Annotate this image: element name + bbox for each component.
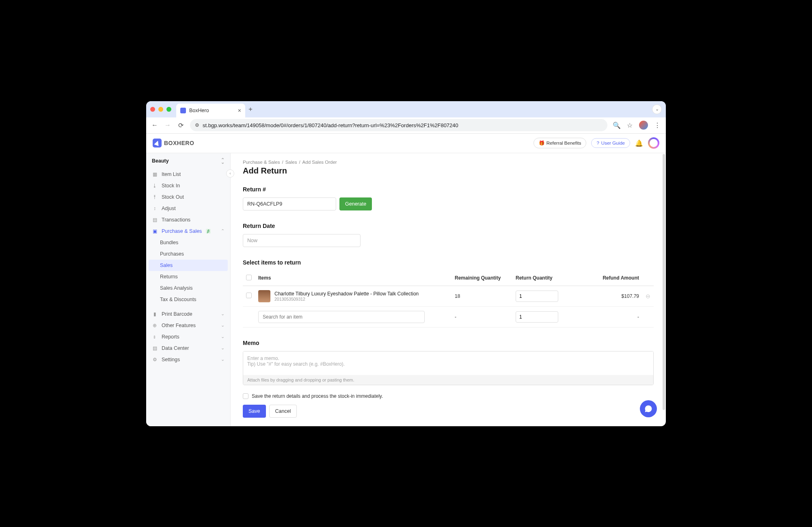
memo-box: Attach files by dragging and dropping or… (243, 351, 654, 385)
sidebar-label: Purchase & Sales (162, 228, 202, 234)
sidebar-label: Tax & Discounts (160, 297, 197, 302)
referral-label: Referral Benefits (546, 141, 581, 145)
bookmark-icon[interactable]: ☆ (626, 121, 633, 129)
sidebar-label: Bundles (160, 240, 178, 245)
zoom-icon[interactable]: 🔍 (613, 121, 620, 129)
back-icon[interactable]: ← (151, 121, 158, 129)
maximize-window-icon[interactable] (166, 107, 171, 112)
referral-button[interactable]: 🎁 Referral Benefits (533, 138, 587, 148)
guide-label: User Guide (601, 141, 625, 145)
return-qty-input[interactable] (516, 291, 558, 302)
process-immediately-checkbox[interactable] (243, 393, 248, 399)
sidebar-item-stockout[interactable]: ⭱Stock Out (146, 191, 230, 203)
chevron-down-icon: ⌄ (221, 357, 225, 362)
more-icon[interactable]: ⋮ (654, 121, 661, 129)
sidebar-item-tax-discounts[interactable]: Tax & Discounts (146, 294, 230, 305)
profile-avatar-icon[interactable] (639, 121, 648, 130)
download-icon: ⭳ (152, 183, 158, 189)
logo-icon (153, 139, 162, 147)
sidebar-item-data-center[interactable]: ▤Data Center⌄ (146, 343, 230, 354)
reload-icon[interactable]: ⟳ (177, 121, 184, 129)
new-tab-button[interactable]: + (248, 105, 253, 113)
notifications-icon[interactable]: 🔔 (635, 139, 643, 147)
breadcrumb-link[interactable]: Add Sales Order (302, 160, 337, 165)
generate-button[interactable]: Generate (339, 197, 372, 210)
chat-icon (644, 405, 652, 413)
forward-icon[interactable]: → (164, 121, 171, 129)
sidebar-item-transactions[interactable]: ▤Transactions (146, 214, 230, 226)
remove-row-icon[interactable]: ⊖ (646, 293, 650, 299)
updown-icon: ⌃⌄ (221, 158, 225, 163)
gear-icon: ⚙ (152, 357, 158, 362)
cart-icon: ▣ (152, 228, 158, 234)
help-chat-button[interactable] (640, 400, 657, 417)
search-item-input[interactable] (258, 311, 425, 323)
breadcrumb-link[interactable]: Purchase & Sales (243, 160, 280, 165)
cancel-button[interactable]: Cancel (269, 405, 297, 418)
plus-circle-icon: ⊕ (152, 323, 158, 328)
select-all-checkbox[interactable] (246, 275, 252, 280)
chevron-down-icon: ⌄ (221, 323, 225, 328)
sidebar-item-returns[interactable]: Returns (146, 271, 230, 282)
close-tab-icon[interactable]: × (238, 107, 241, 114)
workspace-name: Beauty (152, 158, 169, 164)
url-field[interactable]: ⚙ st.bgp.works/team/149058/mode/0#/order… (190, 119, 607, 131)
breadcrumb-link[interactable]: Sales (285, 160, 297, 165)
col-remaining: Remaining Quantity (451, 271, 512, 286)
sidebar-item-itemlist[interactable]: ▦Item List (146, 169, 230, 180)
row-checkbox[interactable] (246, 293, 252, 298)
sidebar-label: Sales (160, 262, 173, 268)
return-date-label: Return Date (243, 223, 654, 229)
close-window-icon[interactable] (150, 107, 155, 112)
empty-qty-input[interactable] (516, 311, 558, 323)
sidebar-item-other-features[interactable]: ⊕Other Features⌄ (146, 320, 230, 331)
memo-textarea[interactable] (243, 351, 653, 373)
sidebar-label: Other Features (162, 323, 196, 328)
url-text: st.bgp.works/team/149058/mode/0#/orders/… (203, 122, 458, 128)
save-button[interactable]: Save (243, 405, 266, 418)
sidebar-item-print-barcode[interactable]: ▮Print Barcode⌄ (146, 308, 230, 320)
sidebar-item-purchases[interactable]: Purchases (146, 248, 230, 260)
sidebar-item-settings[interactable]: ⚙Settings⌄ (146, 354, 230, 365)
sidebar-item-sales[interactable]: Sales (149, 260, 228, 271)
sidebar-label: Purchases (160, 251, 184, 257)
browser-tab[interactable]: BoxHero × (176, 104, 245, 117)
sidebar-label: Transactions (162, 217, 190, 223)
sidebar-label: Reports (162, 334, 179, 340)
sidebar-label: Settings (162, 357, 180, 362)
col-refund: Refund Amount (581, 271, 642, 286)
transactions-icon: ▤ (152, 217, 158, 223)
sidebar-item-adjust[interactable]: ↕Adjust (146, 203, 230, 214)
logo[interactable]: BOXHERO (153, 139, 194, 147)
sidebar-item-sales-analysis[interactable]: Sales Analysis (146, 282, 230, 294)
chevron-down-icon: ⌄ (221, 345, 225, 351)
col-return-qty: Return Quantity (512, 271, 581, 286)
table-row: Charlotte Tilbury Luxury Eyeshadow Palet… (243, 286, 654, 306)
site-settings-icon[interactable]: ⚙ (195, 122, 199, 128)
chart-icon: ⫾ (152, 334, 158, 340)
minimize-window-icon[interactable] (158, 107, 163, 112)
user-guide-button[interactable]: ? User Guide (591, 138, 630, 148)
return-date-input[interactable] (243, 234, 361, 247)
sidebar-label: Returns (160, 274, 178, 280)
titlebar: BoxHero × + ⌄ (146, 101, 666, 117)
sidebar-item-stockin[interactable]: ⭳Stock In (146, 180, 230, 191)
items-table: Items Remaining Quantity Return Quantity… (243, 271, 654, 327)
app-header: BOXHERO 🎁 Referral Benefits ? User Guide… (146, 134, 666, 153)
sidebar-item-reports[interactable]: ⫾Reports⌄ (146, 331, 230, 343)
user-avatar[interactable] (648, 137, 659, 149)
chevron-up-icon: ⌃ (221, 228, 225, 234)
return-number-label: Return # (243, 186, 654, 193)
sidebar-item-bundles[interactable]: Bundles (146, 237, 230, 248)
return-number-input[interactable] (243, 197, 336, 210)
workspace-selector[interactable]: Beauty ⌃⌄ (146, 153, 230, 169)
empty-refund: - (581, 306, 642, 327)
page-title: Add Return (243, 166, 654, 176)
gift-icon: 🎁 (539, 140, 544, 146)
tabs-dropdown-icon[interactable]: ⌄ (652, 104, 662, 114)
refund-amount: $107.79 (581, 286, 642, 306)
chevron-down-icon: ⌄ (221, 311, 225, 317)
collapse-sidebar-icon[interactable]: ‹ (226, 169, 234, 178)
sidebar-item-purchase-sales[interactable]: ▣ Purchase & Sales β ⌃ (146, 226, 230, 237)
scrollbar[interactable] (663, 154, 665, 410)
